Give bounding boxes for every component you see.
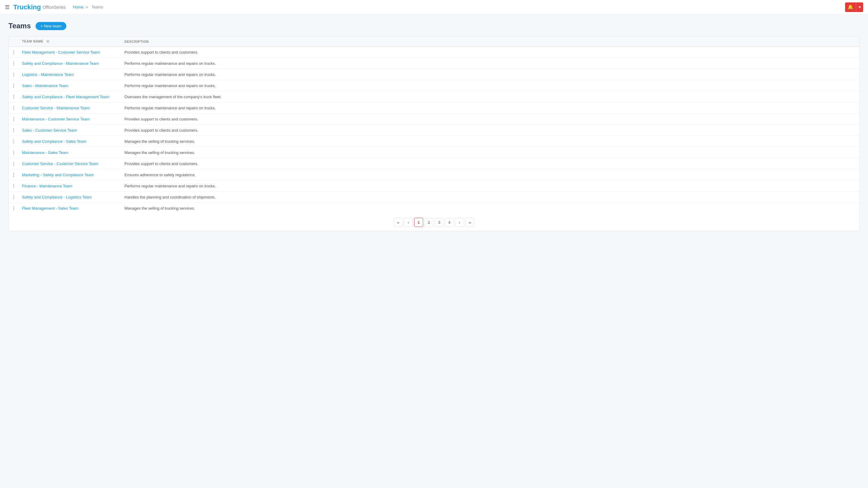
pagination-page-2-button[interactable]: 2	[424, 218, 433, 227]
table-row: Maintenance - Customer Service Team Prov…	[9, 113, 859, 125]
row-menu-dots[interactable]	[12, 106, 15, 110]
row-menu-dots[interactable]	[12, 184, 15, 188]
table-row: Safety and Compliance - Logistics Team H…	[9, 192, 859, 203]
row-menu-cell	[9, 158, 19, 169]
row-menu-cell	[9, 47, 19, 58]
row-menu-dots[interactable]	[12, 206, 15, 210]
teams-table-container: TEAM NAME ⊟ DESCRIPTION Fleet Management…	[8, 36, 860, 231]
row-description-cell: Performs regular maintenance and repairs…	[121, 58, 859, 69]
row-menu-cell	[9, 181, 19, 192]
team-name-link[interactable]: Logistics - Maintenance Team	[22, 72, 74, 77]
table-row: Customer Service - Customer Service Team…	[9, 158, 859, 169]
row-menu-dots[interactable]	[12, 128, 15, 132]
row-menu-cell	[9, 102, 19, 113]
row-team-name-cell: Safety and Compliance - Sales Team	[19, 136, 121, 147]
row-menu-dots[interactable]	[12, 84, 15, 88]
team-name-link[interactable]: Finance - Maintenance Team	[22, 184, 72, 188]
row-menu-dots[interactable]	[12, 151, 15, 155]
table-row: Safety and Compliance - Sales Team Manag…	[9, 136, 859, 147]
team-name-link[interactable]: Sales - Customer Service Team	[22, 128, 77, 133]
row-description-cell: Provides support to clients and customer…	[121, 47, 859, 58]
team-name-link[interactable]: Safety and Compliance - Sales Team	[22, 139, 87, 144]
new-team-button[interactable]: + New team	[36, 22, 66, 30]
row-description-cell: Manages the selling of trucking services…	[121, 147, 859, 158]
row-menu-dots[interactable]	[12, 162, 15, 166]
hamburger-icon[interactable]: ☰	[5, 4, 10, 10]
table-row: Customer Service - Maintenance Team Perf…	[9, 102, 859, 113]
row-description-cell: Provides support to clients and customer…	[121, 158, 859, 169]
table-row: Sales - Customer Service Team Provides s…	[9, 125, 859, 136]
row-menu-dots[interactable]	[12, 61, 15, 65]
row-menu-dots[interactable]	[12, 50, 15, 54]
table-header-row: TEAM NAME ⊟ DESCRIPTION	[9, 36, 859, 47]
pagination: « ‹ 1 2 3 4 › »	[9, 214, 859, 231]
page-content: Teams + New team TEAM NAME ⊟ DESCRIPTION	[0, 14, 868, 238]
row-menu-cell	[9, 169, 19, 181]
pagination-first-button[interactable]: «	[394, 218, 403, 227]
filter-icon[interactable]: ⊟	[46, 39, 50, 43]
pagination-page-3-button[interactable]: 3	[435, 218, 444, 227]
row-team-name-cell: Fleet Management - Customer Service Team	[19, 47, 121, 58]
breadcrumb-separator: »	[86, 5, 88, 9]
row-menu-cell	[9, 192, 19, 203]
team-name-link[interactable]: Maintenance - Customer Service Team	[22, 117, 90, 121]
row-menu-cell	[9, 147, 19, 158]
table-row: Marketing - Safety and Compliance Team E…	[9, 169, 859, 181]
row-menu-cell	[9, 125, 19, 136]
table-row: Finance - Maintenance Team Performs regu…	[9, 181, 859, 192]
row-description-cell: Performs regular maintenance and repairs…	[121, 69, 859, 80]
row-team-name-cell: Fleet Management - Sales Team	[19, 203, 121, 214]
page-title: Teams	[8, 22, 31, 30]
row-menu-dots[interactable]	[12, 195, 15, 199]
notification-bell-button[interactable]: 🔔	[845, 2, 856, 12]
table-row: Sales - Maintenance Team Performs regula…	[9, 80, 859, 91]
team-name-link[interactable]: Safety and Compliance - Fleet Management…	[22, 95, 110, 99]
pagination-last-button[interactable]: »	[465, 218, 474, 227]
row-menu-dots[interactable]	[12, 139, 15, 143]
team-name-link[interactable]: Safety and Compliance - Logistics Team	[22, 195, 92, 199]
table-row: Safety and Compliance - Fleet Management…	[9, 91, 859, 102]
row-menu-dots[interactable]	[12, 73, 15, 76]
table-row: Fleet Management - Customer Service Team…	[9, 47, 859, 58]
row-team-name-cell: Maintenance - Sales Team	[19, 147, 121, 158]
header-actions: 🔔 ▼	[845, 2, 863, 12]
nav-home[interactable]: Home	[73, 5, 84, 9]
row-menu-dots[interactable]	[12, 173, 15, 177]
team-name-link[interactable]: Sales - Maintenance Team	[22, 84, 68, 88]
row-team-name-cell: Sales - Maintenance Team	[19, 80, 121, 91]
row-team-name-cell: Maintenance - Customer Service Team	[19, 113, 121, 125]
row-menu-cell	[9, 136, 19, 147]
row-team-name-cell: Safety and Compliance - Fleet Management…	[19, 91, 121, 102]
row-team-name-cell: Finance - Maintenance Team	[19, 181, 121, 192]
row-description-cell: Provides support to clients and customer…	[121, 113, 859, 125]
team-name-link[interactable]: Marketing - Safety and Compliance Team	[22, 173, 94, 177]
team-name-link[interactable]: Safety and Compliance - Maintenance Team	[22, 61, 99, 66]
table-row: Safety and Compliance - Maintenance Team…	[9, 58, 859, 69]
brand-name: Trucking	[13, 3, 41, 11]
th-empty	[9, 36, 19, 47]
team-name-link[interactable]: Customer Service - Customer Service Team	[22, 161, 98, 166]
row-menu-dots[interactable]	[12, 117, 15, 121]
row-menu-cell	[9, 203, 19, 214]
row-team-name-cell: Customer Service - Maintenance Team	[19, 102, 121, 113]
notification-dropdown-button[interactable]: ▼	[856, 2, 863, 12]
team-name-link[interactable]: Fleet Management - Customer Service Team	[22, 50, 100, 55]
row-description-cell: Performs regular maintenance and repairs…	[121, 102, 859, 113]
team-name-link[interactable]: Customer Service - Maintenance Team	[22, 106, 90, 110]
pagination-page-1-button[interactable]: 1	[414, 218, 423, 227]
row-menu-cell	[9, 58, 19, 69]
row-menu-cell	[9, 91, 19, 102]
row-team-name-cell: Customer Service - Customer Service Team	[19, 158, 121, 169]
row-menu-cell	[9, 80, 19, 91]
team-name-link[interactable]: Maintenance - Sales Team	[22, 150, 68, 155]
th-description: DESCRIPTION	[121, 36, 859, 47]
teams-table: TEAM NAME ⊟ DESCRIPTION Fleet Management…	[9, 36, 859, 214]
pagination-prev-button[interactable]: ‹	[404, 218, 413, 227]
row-team-name-cell: Marketing - Safety and Compliance Team	[19, 169, 121, 181]
row-menu-cell	[9, 113, 19, 125]
team-name-link[interactable]: Fleet Management - Sales Team	[22, 206, 79, 210]
row-menu-dots[interactable]	[12, 95, 15, 99]
pagination-page-4-button[interactable]: 4	[445, 218, 454, 227]
row-team-name-cell: Sales - Customer Service Team	[19, 125, 121, 136]
pagination-next-button[interactable]: ›	[455, 218, 464, 227]
